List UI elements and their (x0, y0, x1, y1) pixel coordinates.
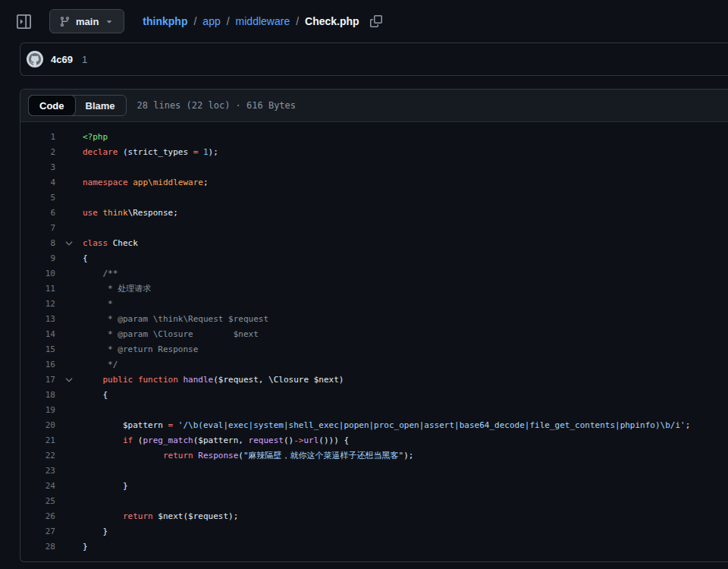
line-number[interactable]: 8 (20, 236, 55, 251)
code-line: 8class Check (20, 236, 728, 251)
code-text: * @param \think\Request $request (83, 312, 728, 327)
line-number[interactable]: 23 (20, 464, 55, 479)
code-line: 5 (20, 190, 728, 206)
line-number[interactable]: 26 (20, 509, 55, 524)
line-number[interactable]: 18 (20, 388, 55, 403)
line-number[interactable]: 16 (20, 357, 55, 373)
fold-gutter (55, 327, 83, 342)
branch-name: main (76, 16, 99, 27)
code-text: } (83, 539, 728, 555)
line-number[interactable]: 2 (20, 145, 55, 160)
line-number[interactable]: 7 (20, 221, 55, 236)
code-text: if (preg_match($pattern, request()->url(… (83, 433, 728, 448)
line-number[interactable]: 20 (20, 418, 55, 433)
breadcrumb-link[interactable]: app (202, 15, 220, 27)
code-text (83, 403, 728, 418)
code-line: 25 (20, 494, 728, 509)
line-number[interactable]: 5 (20, 190, 55, 206)
fold-gutter (55, 175, 83, 190)
breadcrumb-link[interactable]: middleware (236, 15, 290, 27)
code-line: 24 } (20, 479, 728, 494)
line-number[interactable]: 27 (20, 524, 55, 539)
code-text: return $next($request); (83, 509, 728, 524)
code-text: * (83, 297, 728, 312)
code-line: 19 (20, 403, 728, 418)
fold-gutter (55, 297, 83, 312)
code-text (83, 221, 728, 236)
code-line: 7 (20, 221, 728, 236)
code-line: 4namespace app\middleware; (20, 175, 728, 190)
latest-commit-bar[interactable]: 4c69 1 (20, 42, 728, 76)
file-content-header: Code Blame 28 lines (22 loc) · 616 Bytes (20, 90, 728, 122)
line-number[interactable]: 28 (20, 539, 55, 555)
fold-gutter (55, 190, 83, 206)
line-number[interactable]: 24 (20, 479, 55, 494)
tab-blame[interactable]: Blame (75, 96, 126, 115)
code-line: 1<?php (20, 130, 728, 145)
code-text (83, 190, 728, 206)
tab-code[interactable]: Code (29, 96, 75, 115)
code-text: $pattern = '/\b(eval|exec|system|shell_e… (83, 418, 728, 433)
code-line: 26 return $next($request); (20, 509, 728, 524)
line-number[interactable]: 25 (20, 494, 55, 509)
line-number[interactable]: 6 (20, 206, 55, 221)
code-text (83, 160, 728, 175)
fold-gutter (55, 312, 83, 327)
breadcrumb: thinkphp/app/middleware/Check.php (143, 15, 359, 27)
line-number[interactable]: 17 (20, 373, 55, 388)
code-line: 22 return Response("麻辣隔壁，就你这个菜逼样子还想当黑客")… (20, 448, 728, 464)
code-line: 23 (20, 464, 728, 479)
code-text: declare (strict_types = 1); (83, 145, 728, 160)
fold-gutter (55, 464, 83, 479)
branch-selector[interactable]: main (49, 9, 124, 33)
code-text: namespace app\middleware; (83, 175, 728, 190)
code-text (83, 494, 728, 509)
code-text: public function handle($request, \Closur… (83, 373, 728, 388)
sidebar-expand-button[interactable] (17, 14, 31, 29)
fold-gutter (55, 448, 83, 464)
line-number[interactable]: 12 (20, 297, 55, 312)
fold-toggle[interactable] (55, 236, 83, 251)
breadcrumb-separator: / (221, 15, 236, 27)
github-octocat-icon (29, 53, 41, 65)
line-number[interactable]: 10 (20, 266, 55, 281)
fold-gutter (55, 145, 83, 160)
code-text: } (83, 479, 728, 494)
file-nav-bar: main thinkphp/app/middleware/Check.php (0, 0, 728, 42)
code-line: 21 if (preg_match($pattern, request()->u… (20, 433, 728, 448)
chevron-down-icon (64, 238, 74, 249)
fold-gutter (55, 524, 83, 539)
fold-toggle[interactable] (55, 373, 83, 388)
code-line: 2declare (strict_types = 1); (20, 145, 728, 160)
copy-path-button[interactable] (370, 15, 382, 27)
line-number[interactable]: 1 (20, 130, 55, 145)
breadcrumb-link[interactable]: thinkphp (143, 15, 187, 27)
code-text: <?php (83, 130, 728, 145)
avatar[interactable] (27, 51, 43, 68)
fold-gutter (55, 281, 83, 297)
code-line: 10 /** (20, 266, 728, 281)
code-text: * @return Response (83, 342, 728, 357)
code-line: 13 * @param \think\Request $request (20, 312, 728, 327)
line-number[interactable]: 15 (20, 342, 55, 357)
line-number[interactable]: 4 (20, 175, 55, 190)
line-number[interactable]: 3 (20, 160, 55, 175)
line-number[interactable]: 14 (20, 327, 55, 342)
breadcrumb-separator: / (290, 15, 305, 27)
fold-gutter (55, 160, 83, 175)
code-text: return Response("麻辣隔壁，就你这个菜逼样子还想当黑客"); (83, 448, 728, 464)
code-blame-toggle: Code Blame (28, 95, 127, 116)
line-number[interactable]: 13 (20, 312, 55, 327)
line-number[interactable]: 11 (20, 281, 55, 297)
breadcrumb-current-file: Check.php (305, 15, 359, 27)
commit-author[interactable]: 4c69 (51, 54, 73, 65)
code-line: 17 public function handle($request, \Clo… (20, 373, 728, 388)
fold-gutter (55, 433, 83, 448)
line-number[interactable]: 19 (20, 403, 55, 418)
code-line: 20 $pattern = '/\b(eval|exec|system|shel… (20, 418, 728, 433)
code-text: */ (83, 357, 728, 373)
line-number[interactable]: 21 (20, 433, 55, 448)
line-number[interactable]: 9 (20, 251, 55, 266)
breadcrumb-separator: / (187, 15, 202, 27)
line-number[interactable]: 22 (20, 448, 55, 464)
